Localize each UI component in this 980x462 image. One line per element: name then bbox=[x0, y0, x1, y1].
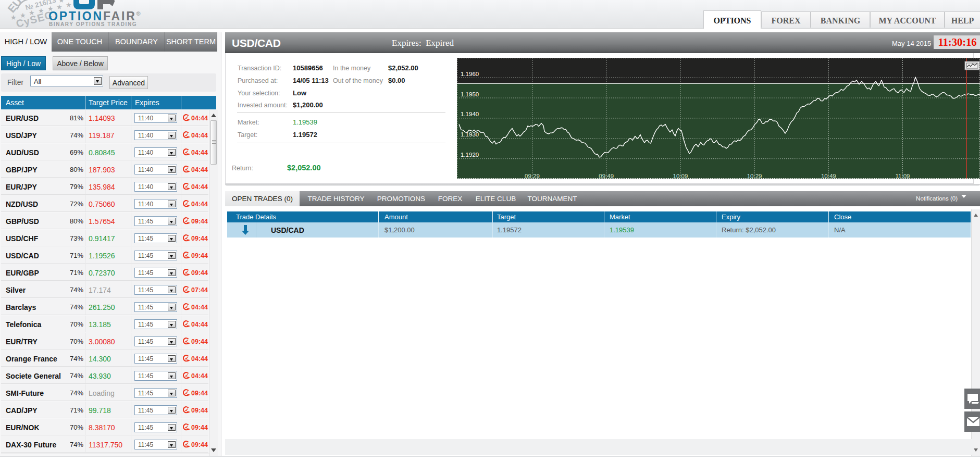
svg-text:09:49: 09:49 bbox=[599, 173, 614, 179]
svg-text:1.1950: 1.1950 bbox=[461, 91, 479, 97]
svg-text:1.1920: 1.1920 bbox=[461, 152, 479, 158]
svg-text:10:29: 10:29 bbox=[747, 173, 762, 179]
svg-text:1.1960: 1.1960 bbox=[461, 71, 479, 77]
svg-text:11:09: 11:09 bbox=[896, 173, 910, 179]
svg-text:1.1930: 1.1930 bbox=[461, 131, 479, 138]
svg-text:10:09: 10:09 bbox=[673, 173, 688, 179]
svg-text:10:49: 10:49 bbox=[821, 173, 836, 179]
svg-text:1.1940: 1.1940 bbox=[461, 111, 479, 117]
svg-text:09:29: 09:29 bbox=[525, 173, 540, 179]
